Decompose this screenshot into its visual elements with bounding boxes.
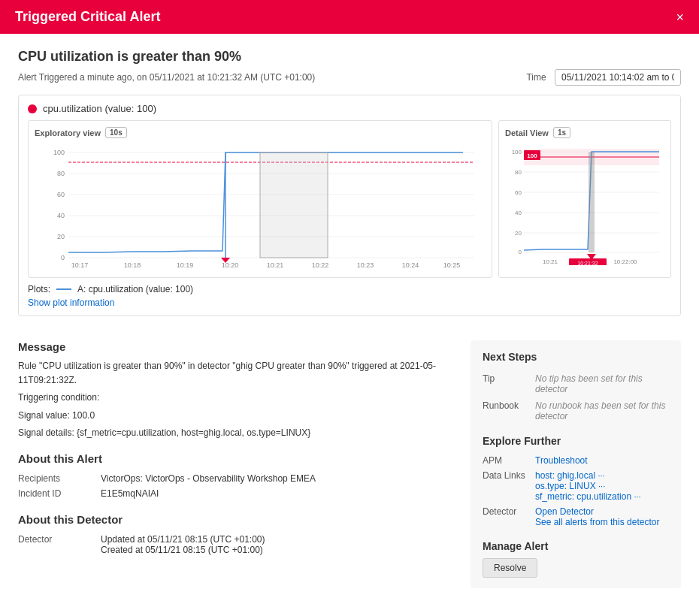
about-alert-title: About this Alert bbox=[18, 452, 455, 465]
next-steps-title: Next Steps bbox=[483, 351, 669, 363]
show-plot-link[interactable]: Show plot information bbox=[28, 297, 114, 308]
manage-title: Manage Alert bbox=[483, 540, 669, 552]
data-links-label: Data Links bbox=[483, 468, 535, 504]
link1-dots[interactable]: ··· bbox=[598, 471, 604, 480]
left-column: Message Rule "CPU utilization is greater… bbox=[18, 328, 455, 588]
svg-text:20: 20 bbox=[515, 230, 522, 237]
svg-text:0: 0 bbox=[519, 249, 522, 255]
svg-text:10:24: 10:24 bbox=[402, 261, 419, 269]
svg-text:10:22:00: 10:22:00 bbox=[613, 258, 637, 265]
about-detector-table: Detector Updated at 05/11/21 08:15 (UTC … bbox=[18, 532, 455, 557]
runbook-label: Runbook bbox=[483, 397, 535, 424]
two-col-layout: Message Rule "CPU utilization is greater… bbox=[18, 328, 681, 588]
runbook-value: No runbook has been set for this detecto… bbox=[535, 397, 669, 424]
alert-title: CPU utilization is greater than 90% bbox=[18, 49, 681, 65]
tip-value: No tip has been set for this detector bbox=[535, 370, 669, 397]
about-alert-table: Recipients VictorOps: VictorOps - Observ… bbox=[18, 471, 455, 501]
modal-body: CPU utilization is greater than 90% Aler… bbox=[0, 34, 699, 603]
svg-text:10:18: 10:18 bbox=[124, 261, 141, 269]
plots-label: Plots: bbox=[28, 284, 50, 294]
data-links-row: Data Links host: ghig.local ··· os.type:… bbox=[483, 468, 669, 504]
rule-text: Rule "CPU utilization is greater than 90… bbox=[18, 359, 455, 388]
see-all-alerts-link[interactable]: See all alerts from this detector bbox=[535, 517, 659, 527]
data-link-2[interactable]: os.type: LINUX bbox=[535, 481, 596, 491]
svg-text:100: 100 bbox=[527, 152, 537, 159]
exploratory-title: Exploratory view 10s bbox=[35, 127, 486, 138]
data-link-1[interactable]: host: ghig.local bbox=[535, 470, 595, 481]
signal-details: Signal details: {sf_metric=cpu.utilizati… bbox=[18, 426, 455, 440]
explore-title: Explore Further bbox=[483, 435, 669, 447]
time-range-section: Time bbox=[526, 69, 681, 86]
recipients-value: VictorOps: VictorOps - Observability Wor… bbox=[101, 471, 455, 486]
svg-text:10:22: 10:22 bbox=[312, 261, 329, 269]
signal-value: Signal value: 100.0 bbox=[18, 409, 455, 423]
explore-table: APM Troubleshoot Data Links host: ghig.l… bbox=[483, 453, 669, 530]
chart-metric-label: cpu.utilization (value: 100) bbox=[28, 103, 671, 114]
svg-text:60: 60 bbox=[57, 191, 65, 198]
exploratory-badge: 10s bbox=[105, 127, 127, 138]
svg-text:10:21:32: 10:21:32 bbox=[577, 261, 598, 265]
svg-text:60: 60 bbox=[515, 189, 522, 196]
incident-id-label: Incident ID bbox=[18, 486, 101, 501]
modal-header: Triggered Critical Alert × bbox=[0, 0, 699, 34]
incident-id-value: E1E5mqNAIAI bbox=[101, 486, 455, 501]
svg-text:80: 80 bbox=[57, 170, 65, 177]
chart-container: cpu.utilization (value: 100) Exploratory… bbox=[18, 95, 681, 316]
detail-svg: 100 80 60 40 20 0 bbox=[505, 141, 663, 265]
charts-row: Exploratory view 10s 100 80 60 40 20 0 bbox=[28, 120, 671, 278]
metric-label-text: cpu.utilization (value: 100) bbox=[43, 103, 156, 114]
svg-text:100: 100 bbox=[512, 149, 522, 156]
svg-text:10:21: 10:21 bbox=[543, 258, 558, 265]
resolve-button[interactable]: Resolve bbox=[483, 558, 537, 578]
detail-title: Detail View 1s bbox=[505, 127, 664, 138]
next-steps-box: Next Steps Tip No tip has been set for t… bbox=[471, 340, 681, 588]
exploratory-svg: 100 80 60 40 20 0 bbox=[35, 141, 486, 269]
detector-links-row: Detector Open Detector See all alerts fr… bbox=[483, 504, 669, 530]
link3-dots[interactable]: ··· bbox=[634, 492, 640, 501]
apm-label: APM bbox=[483, 453, 535, 468]
svg-text:10:21: 10:21 bbox=[267, 261, 284, 269]
svg-text:80: 80 bbox=[515, 169, 522, 176]
alert-meta: Alert Triggered a minute ago, on 05/11/2… bbox=[18, 69, 681, 86]
svg-text:10:20: 10:20 bbox=[222, 261, 239, 269]
svg-text:40: 40 bbox=[515, 210, 522, 216]
next-steps-table: Tip No tip has been set for this detecto… bbox=[483, 370, 669, 424]
recipients-label: Recipients bbox=[18, 471, 101, 486]
about-detector-title: About this Detector bbox=[18, 513, 455, 526]
detector-label: Detector bbox=[18, 532, 101, 557]
metric-dot bbox=[28, 104, 37, 113]
svg-text:20: 20 bbox=[57, 233, 65, 240]
tip-label: Tip bbox=[483, 370, 535, 397]
apm-link[interactable]: Troubleshoot bbox=[535, 455, 588, 466]
detector-updated: Updated at 05/11/21 08:15 (UTC +01:00) bbox=[101, 534, 455, 545]
time-range-input[interactable] bbox=[555, 69, 681, 86]
svg-text:0: 0 bbox=[61, 254, 65, 261]
svg-rect-24 bbox=[260, 152, 328, 258]
detector-created: Created at 05/11/21 08:15 (UTC +01:00) bbox=[101, 545, 455, 555]
recipients-row: Recipients VictorOps: VictorOps - Observ… bbox=[18, 471, 455, 486]
modal-title: Triggered Critical Alert bbox=[15, 9, 160, 25]
close-button[interactable]: × bbox=[676, 11, 684, 24]
right-column: Next Steps Tip No tip has been set for t… bbox=[471, 328, 681, 588]
svg-text:100: 100 bbox=[53, 149, 65, 156]
detail-badge: 1s bbox=[553, 127, 570, 138]
apm-row: APM Troubleshoot bbox=[483, 453, 669, 468]
detector-row: Detector Updated at 05/11/21 08:15 (UTC … bbox=[18, 532, 455, 557]
data-link-3[interactable]: sf_metric: cpu.utilization bbox=[535, 491, 631, 502]
plot-line-a bbox=[56, 288, 71, 290]
detail-chart: Detail View 1s 100 80 60 40 20 0 bbox=[498, 120, 671, 278]
svg-text:10:17: 10:17 bbox=[71, 261, 89, 269]
incident-id-row: Incident ID E1E5mqNAIAI bbox=[18, 486, 455, 501]
open-detector-link[interactable]: Open Detector bbox=[535, 506, 594, 517]
svg-text:10:25: 10:25 bbox=[443, 261, 461, 269]
runbook-row: Runbook No runbook has been set for this… bbox=[483, 397, 669, 424]
time-label: Time bbox=[526, 72, 546, 83]
plots-row: Plots: A: cpu.utilization (value: 100) bbox=[28, 284, 671, 294]
svg-text:10:19: 10:19 bbox=[177, 261, 194, 269]
svg-text:40: 40 bbox=[57, 212, 65, 219]
message-title: Message bbox=[18, 340, 455, 353]
tip-row: Tip No tip has been set for this detecto… bbox=[483, 370, 669, 397]
link2-dots[interactable]: ··· bbox=[598, 482, 605, 491]
alert-triggered-text: Alert Triggered a minute ago, on 05/11/2… bbox=[18, 72, 315, 83]
exploratory-chart: Exploratory view 10s 100 80 60 40 20 0 bbox=[28, 120, 492, 278]
